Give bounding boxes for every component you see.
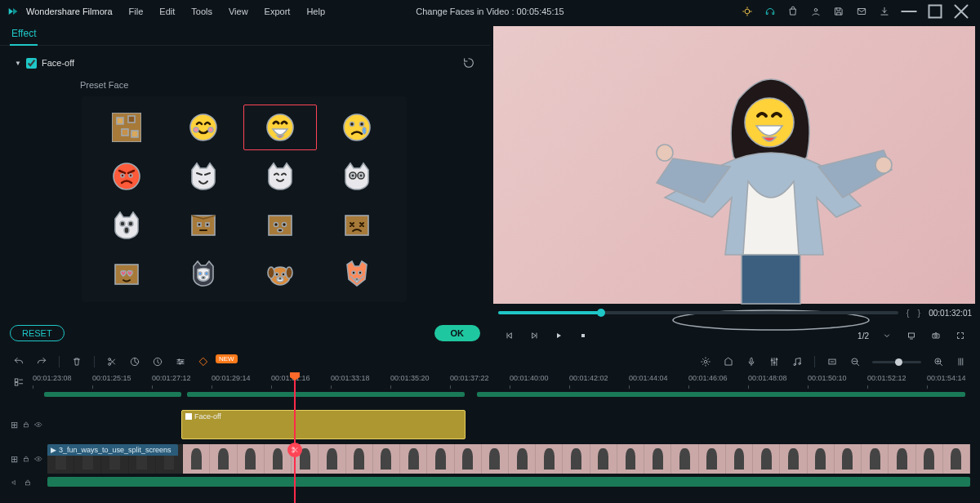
preview-progress[interactable] <box>498 311 898 314</box>
adjust-icon[interactable] <box>172 353 189 371</box>
ok-button[interactable]: OK <box>434 325 481 341</box>
track-audio-lock-icon[interactable] <box>23 478 33 487</box>
fullscreen-icon[interactable] <box>951 326 970 345</box>
video-thumb <box>536 444 563 474</box>
track-audio-mute-icon[interactable] <box>10 478 20 487</box>
preset-mosaic[interactable] <box>90 105 163 150</box>
stop-button[interactable] <box>573 326 593 345</box>
video-thumb <box>427 444 454 474</box>
crop-icon[interactable] <box>126 353 144 371</box>
preset-cat-eyes[interactable] <box>320 154 394 199</box>
minimize-button[interactable] <box>897 2 921 20</box>
mixer-icon[interactable] <box>765 353 783 371</box>
section-reset-icon[interactable] <box>462 56 475 69</box>
clip-audio[interactable] <box>47 477 970 487</box>
speed-icon[interactable] <box>149 353 167 371</box>
preset-box-face-3[interactable] <box>320 203 394 248</box>
preset-box-face-2[interactable] <box>243 203 317 248</box>
tab-effect[interactable]: Effect <box>10 23 38 46</box>
zoom-out-icon[interactable] <box>846 353 864 371</box>
snapshot-icon[interactable] <box>926 326 946 345</box>
redo-icon[interactable] <box>33 353 51 371</box>
preset-emoji-sad[interactable] <box>320 105 394 150</box>
account-icon[interactable] <box>805 2 826 20</box>
track-video-visibility-icon[interactable] <box>33 454 42 464</box>
maximize-button[interactable] <box>923 2 947 20</box>
reset-button[interactable]: RESET <box>10 325 65 341</box>
video-thumb <box>726 444 753 474</box>
split-marker-icon[interactable] <box>287 443 302 457</box>
support-icon[interactable] <box>760 2 781 20</box>
track-effect-order[interactable]: ⊞ <box>10 420 19 430</box>
next-frame-button[interactable] <box>524 326 544 345</box>
delete-icon[interactable] <box>68 353 86 371</box>
ruler-tick: 00:01:54:14 <box>927 374 966 382</box>
track-video-lock-icon[interactable] <box>22 454 31 464</box>
zoom-fit-icon[interactable] <box>823 353 841 371</box>
track-video-order[interactable]: ⊞ <box>10 454 19 464</box>
playhead[interactable] <box>294 374 296 503</box>
display-settings-icon[interactable] <box>902 326 921 345</box>
preview-viewport[interactable] <box>493 26 975 304</box>
app-logo-icon <box>7 5 20 18</box>
preview-time: 00:01:32:01 <box>929 309 972 318</box>
undo-icon[interactable] <box>10 353 28 371</box>
svg-point-0 <box>745 9 750 14</box>
svg-point-13 <box>344 114 370 140</box>
split-icon[interactable] <box>103 353 121 371</box>
preset-emoji-laugh[interactable] <box>243 105 317 150</box>
save-icon[interactable] <box>828 2 849 20</box>
preset-fox[interactable] <box>320 252 394 297</box>
preset-emoji-blush[interactable] <box>167 105 240 150</box>
zoom-in-icon[interactable] <box>929 353 947 371</box>
render-icon[interactable] <box>697 353 715 371</box>
section-title: Face-off <box>42 58 74 68</box>
clip-faceoff[interactable]: Face-off <box>181 410 466 439</box>
voiceover-icon[interactable] <box>742 353 760 371</box>
ruler-tick: 00:01:40:00 <box>510 374 549 382</box>
menu-export[interactable]: Export <box>258 3 297 20</box>
menu-tools[interactable]: Tools <box>185 3 219 20</box>
prev-frame-button[interactable] <box>500 326 519 345</box>
keyframe-icon[interactable] <box>194 353 212 371</box>
track-effect-visibility-icon[interactable] <box>33 420 42 430</box>
music-icon[interactable] <box>788 353 806 371</box>
preset-cat-mad[interactable] <box>167 154 240 199</box>
faceoff-toggle[interactable] <box>26 58 37 69</box>
video-thumb <box>318 444 345 474</box>
preset-box-heart[interactable] <box>90 252 163 297</box>
svg-rect-6 <box>128 116 135 122</box>
preset-husky[interactable] <box>167 252 240 297</box>
timeline-ruler[interactable]: 00:01:23:0800:01:25:1500:01:27:1200:01:2… <box>33 374 970 390</box>
zoom-slider[interactable] <box>872 361 921 363</box>
menu-help[interactable]: Help <box>300 3 332 20</box>
menu-view[interactable]: View <box>222 3 255 20</box>
menu-file[interactable]: File <box>122 3 150 20</box>
play-button[interactable] <box>549 326 568 345</box>
menu-edit[interactable]: Edit <box>153 3 181 20</box>
preset-dog[interactable] <box>243 252 317 297</box>
preset-cat-shock[interactable] <box>90 203 163 248</box>
download-icon[interactable] <box>874 2 895 20</box>
bracket-close-icon[interactable]: } <box>917 308 920 318</box>
message-icon[interactable] <box>851 2 872 20</box>
ruler-tick: 00:01:27:12 <box>152 374 191 382</box>
tips-icon[interactable] <box>737 2 758 20</box>
svg-point-45 <box>278 278 282 280</box>
track-manage-icon[interactable] <box>13 376 24 388</box>
preset-emoji-angry[interactable] <box>90 154 163 199</box>
svg-point-41 <box>286 267 292 278</box>
track-effect-lock-icon[interactable] <box>22 420 31 430</box>
section-expand-icon[interactable]: ▼ <box>15 60 21 67</box>
store-icon[interactable] <box>782 2 804 20</box>
preset-box-face-1[interactable] <box>167 203 240 248</box>
video-thumb <box>808 444 835 474</box>
close-button[interactable] <box>949 2 973 20</box>
ruler-tick: 00:01:50:10 <box>808 374 847 382</box>
collapse-tracks-icon[interactable] <box>952 353 970 371</box>
clip-video[interactable] <box>47 444 970 474</box>
marker-icon[interactable] <box>719 353 737 371</box>
preset-cat-smile[interactable] <box>243 154 317 199</box>
video-thumb <box>346 444 373 474</box>
bracket-open-icon[interactable]: { <box>906 308 910 318</box>
